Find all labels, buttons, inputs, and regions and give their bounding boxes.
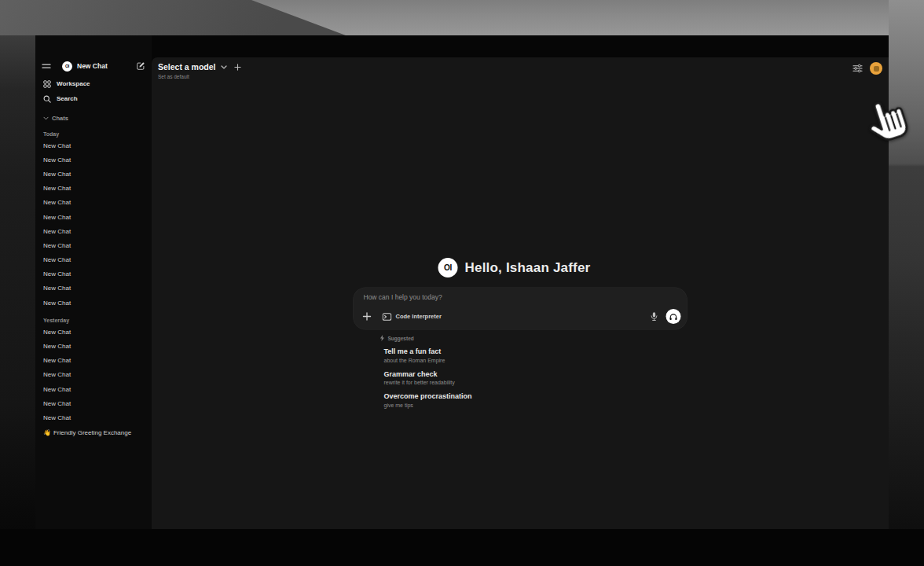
message-input[interactable]: [364, 293, 615, 301]
desktop-wallpaper-left: [0, 35, 35, 566]
chat-list-item[interactable]: New Chat: [42, 382, 145, 396]
chat-list-item[interactable]: New Chat: [42, 339, 145, 353]
greeting-row: OI Hello, Ishaan Jaffer: [438, 258, 688, 277]
chat-list-item[interactable]: New Chat: [42, 354, 145, 368]
suggested-prompt-title: Overcome procrastination: [384, 392, 688, 400]
chat-group-label-today: Today: [42, 129, 145, 138]
sidebar-toggle-icon[interactable]: [42, 63, 51, 70]
new-chat-icon[interactable]: [136, 61, 145, 71]
sidebar-item-workspace[interactable]: Workspace: [42, 76, 145, 91]
chat-list-item[interactable]: New Chat: [42, 325, 145, 339]
code-interpreter-label: Code Interpreter: [396, 313, 442, 320]
chat-list-item[interactable]: New Chat: [42, 281, 145, 296]
suggested-prompt[interactable]: Grammar check rewrite it for better read…: [384, 370, 688, 386]
suggested-label: Suggested: [388, 336, 414, 341]
chat-list-item[interactable]: New Chat: [42, 167, 145, 181]
headphones-icon: [669, 313, 678, 321]
suggested-prompt-title: Grammar check: [384, 370, 688, 378]
suggested-prompt[interactable]: Tell me a fun fact about the Roman Empir…: [384, 347, 688, 363]
suggested-header: Suggested: [380, 335, 688, 341]
chat-list-item[interactable]: New Chat: [42, 296, 145, 310]
named-chat-label: Friendly Greeting Exchange: [53, 429, 131, 436]
message-composer[interactable]: Code Interpreter: [354, 288, 688, 329]
app-logo-icon: OI: [438, 258, 458, 277]
suggested-prompt-title: Tell me a fun fact: [384, 347, 688, 355]
sidebar-title-group[interactable]: OI New Chat: [62, 61, 136, 72]
search-label: Search: [57, 95, 78, 102]
app-window: OI New Chat Workspace: [35, 35, 889, 529]
avatar-placeholder-icon: [874, 66, 879, 72]
desktop-wallpaper-right: [889, 0, 924, 566]
chat-list-item[interactable]: New Chat: [42, 396, 145, 410]
code-interpreter-toggle[interactable]: Code Interpreter: [383, 313, 442, 321]
model-bar: Select a model Set as default: [158, 62, 241, 79]
welcome-area: OI Hello, Ishaan Jaffer: [354, 258, 688, 415]
suggested-prompt[interactable]: Overcome procrastination give me tips: [384, 392, 688, 408]
voice-call-button[interactable]: [666, 309, 681, 324]
chat-list-item[interactable]: New Chat: [42, 253, 145, 267]
lightning-bolt-icon: [380, 335, 385, 341]
user-avatar[interactable]: [870, 62, 882, 75]
chat-list-item[interactable]: New Chat: [42, 368, 145, 382]
chat-list-item[interactable]: New Chat: [42, 182, 145, 196]
main-panel: Select a model Set as default: [152, 57, 889, 529]
suggested-prompt-subtitle: about the Roman Empire: [384, 358, 688, 363]
chat-group-label-yesterday: Yesterday: [42, 315, 145, 325]
suggested-section: Suggested Tell me a fun fact about the R…: [354, 335, 688, 408]
model-selector-label: Select a model: [158, 62, 216, 72]
chat-list-item[interactable]: New Chat: [42, 138, 145, 153]
sidebar-title: New Chat: [77, 62, 108, 70]
chat-list-item[interactable]: New Chat: [42, 153, 145, 167]
topbar-actions: [852, 62, 882, 75]
controls-sliders-icon[interactable]: [852, 64, 863, 73]
app-logo-icon: OI: [62, 61, 72, 72]
chat-list-item[interactable]: New Chat: [42, 238, 145, 252]
greeting-text: Hello, Ishaan Jaffer: [465, 260, 591, 276]
suggested-prompt-subtitle: rewrite it for better readability: [384, 380, 688, 385]
sidebar-item-search[interactable]: Search: [42, 91, 145, 106]
chevron-down-icon: [221, 65, 227, 69]
chats-section-toggle[interactable]: Chats: [42, 112, 145, 123]
suggested-prompt-subtitle: give me tips: [384, 402, 688, 408]
sidebar: OI New Chat Workspace: [35, 35, 152, 529]
chevron-down-icon: [43, 116, 49, 120]
workspace-grid-icon: [43, 80, 51, 88]
set-default-button[interactable]: Set as default: [158, 74, 241, 79]
workspace-label: Workspace: [57, 80, 90, 87]
suggested-list: Tell me a fun fact about the Roman Empir…: [380, 347, 688, 408]
chat-list-item[interactable]: New Chat: [42, 224, 145, 238]
chat-list-item-named[interactable]: 👋 Friendly Greeting Exchange: [42, 426, 145, 440]
microphone-icon[interactable]: [651, 311, 658, 322]
chat-list-item[interactable]: New Chat: [42, 410, 145, 424]
sidebar-header: OI New Chat: [42, 59, 145, 73]
screen: OI New Chat Workspace: [0, 0, 924, 566]
chat-list-item[interactable]: New Chat: [42, 196, 145, 210]
chat-list-today: New ChatNew ChatNew ChatNew ChatNew Chat…: [42, 138, 145, 310]
composer-toolbar: Code Interpreter: [363, 309, 681, 324]
terminal-icon: [383, 313, 392, 321]
chat-list-item[interactable]: New Chat: [42, 267, 145, 281]
wave-emoji-icon: 👋: [43, 429, 51, 436]
attach-plus-icon[interactable]: [363, 312, 372, 321]
chat-list-yesterday: New ChatNew ChatNew ChatNew ChatNew Chat…: [42, 325, 145, 424]
chats-section-label: Chats: [52, 115, 68, 122]
add-model-icon[interactable]: [234, 64, 241, 71]
chat-list-item[interactable]: New Chat: [42, 210, 145, 224]
search-icon: [43, 95, 51, 103]
desktop-wallpaper-bottom: [0, 529, 924, 566]
model-selector[interactable]: Select a model: [158, 62, 241, 72]
